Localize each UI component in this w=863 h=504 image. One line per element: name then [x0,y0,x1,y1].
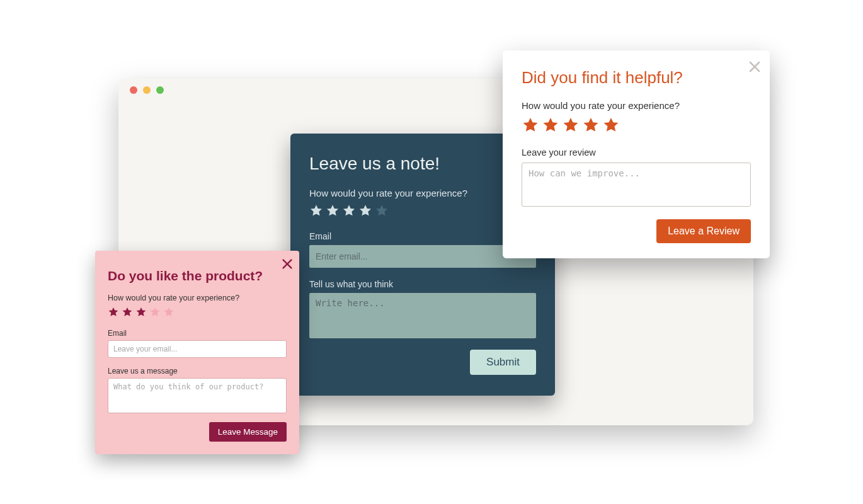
rating-stars [108,306,287,320]
rating-stars [522,116,751,136]
close-icon[interactable] [280,257,294,273]
star-icon[interactable] [135,306,147,320]
star-icon[interactable] [602,116,620,136]
star-icon[interactable] [149,306,161,320]
email-label: Email [108,329,287,338]
email-label: Email [309,231,536,241]
message-field[interactable] [309,293,536,338]
submit-button[interactable]: Submit [470,350,536,375]
star-icon[interactable] [522,116,539,136]
feedback-card-helpful: Did you find it helpful? How would you r… [503,50,770,258]
email-field[interactable] [309,245,536,268]
card-title: Did you find it helpful? [522,68,751,88]
feedback-card-product: Do you like the product? How would you r… [95,251,299,454]
star-icon[interactable] [163,306,174,320]
card-title: Do you like the product? [108,268,287,284]
review-field[interactable] [522,163,751,207]
star-icon[interactable] [309,203,323,220]
close-icon[interactable] [747,59,762,77]
rating-stars [309,203,536,220]
star-icon[interactable] [342,203,356,220]
star-icon[interactable] [108,306,119,320]
star-icon[interactable] [375,203,389,220]
star-icon[interactable] [358,203,372,220]
message-label: Tell us what you think [309,279,536,289]
star-icon[interactable] [326,203,340,220]
message-field[interactable] [108,378,287,413]
traffic-light-zoom-icon[interactable] [156,86,164,94]
leave-message-button[interactable]: Leave Message [209,422,287,442]
traffic-light-minimize-icon[interactable] [143,86,151,94]
rating-question: How would you rate your experience? [522,100,751,111]
traffic-light-close-icon[interactable] [130,86,137,94]
rating-question: How would you rate your experience? [309,188,536,198]
star-icon[interactable] [582,116,600,136]
email-field[interactable] [108,340,287,358]
star-icon[interactable] [122,306,133,320]
message-label: Leave us a message [108,367,287,375]
rating-question: How would you rate your experience? [108,294,287,302]
star-icon[interactable] [562,116,580,136]
review-label: Leave your review [522,147,751,158]
card-title: Leave us a note! [309,154,536,174]
leave-review-button[interactable]: Leave a Review [656,219,751,243]
star-icon[interactable] [542,116,559,136]
